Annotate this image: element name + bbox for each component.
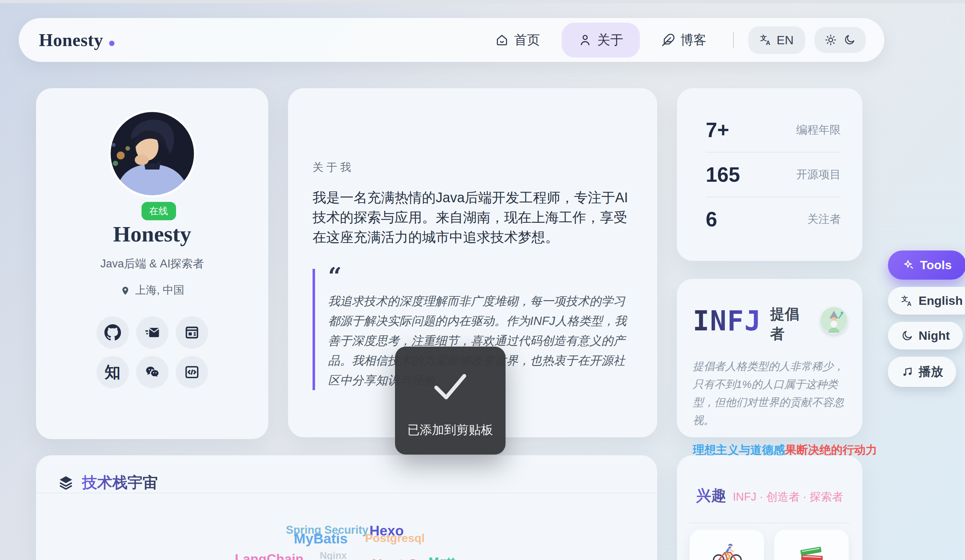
brand-logo[interactable]: Honesty [39,29,114,51]
night-mode-label: Night [919,328,950,343]
svg-text:A: A [766,39,770,46]
tech-cloud-word[interactable]: Mqtt [429,555,455,560]
tools-label: Tools [920,258,952,272]
personality-type: INFJ [693,305,762,337]
tech-cloud-word[interactable]: Postgresql [365,532,425,545]
clipboard-toast: 已添加到剪贴板 [395,346,505,455]
brand-name: Honesty [39,29,103,51]
personality-card: INFJ 提倡者 提倡者人格类型的人非常稀少，只有不到1%的人口属于这种类型，但… [677,279,862,437]
nav-item-home[interactable]: 首页 [483,23,552,57]
code-link[interactable] [176,356,208,389]
navbar: Honesty 首页 关于 博客 文A EN [19,18,884,62]
play-music-button[interactable]: 播放 [888,357,956,387]
cyclist-icon [710,542,744,560]
feather-icon [661,33,675,47]
language-toggle-button[interactable]: 文A EN [748,26,805,54]
stat-row: 165开源项目 [706,153,841,196]
zhihu-icon: 知 [105,362,121,383]
profile-location: 上海, 中国 [120,283,184,298]
nav-item-label: 关于 [597,31,623,49]
about-paragraph: 我是一名充满热情的Java后端开发工程师，专注于AI技术的探索与应用。来自湖南，… [312,188,633,247]
nav-menu: 首页 关于 博客 文A EN [483,23,865,57]
avatar-image [108,110,196,198]
night-mode-button[interactable]: Night [888,322,963,349]
tech-cloud-word[interactable]: MyBatis [294,531,348,547]
mail-send-icon [144,324,160,341]
location-pin-icon [120,285,131,296]
wechat-link[interactable] [136,356,168,389]
interests-title: 兴趣 [696,485,726,506]
online-status-badge: 在线 [142,202,176,220]
language-label: EN [777,33,793,47]
home-icon [495,33,509,47]
nav-item-label: 首页 [514,31,540,49]
moon-icon [901,330,913,342]
svg-text:A: A [907,300,911,307]
nav-item-label: 博客 [680,31,707,49]
personality-alias: 提倡者 [770,304,812,344]
stat-label: 关注者 [807,212,841,227]
stat-row: 7+编程年限 [706,108,841,152]
about-section-label: 关 于 我 [312,160,633,175]
sun-icon [824,34,837,46]
location-text: 上海, 中国 [135,283,184,298]
check-icon [428,363,473,408]
top-edge [0,0,965,3]
stat-value: 165 [706,163,740,186]
wizard-avatar [821,307,847,334]
stats-card: 7+编程年限165开源项目6关注者 [677,88,862,261]
brand-accent-dot [109,41,114,46]
stat-value: 6 [706,207,717,231]
tech-cloud-word[interactable]: Next.Js [371,556,424,560]
avatar: 在线 [108,110,196,198]
blog-link[interactable] [176,316,208,349]
toast-message: 已添加到剪贴板 [407,422,493,438]
personality-header: INFJ 提倡者 [693,298,847,344]
tech-cloud: Spring SecurityMyBatisHexoPostgresqlNgin… [36,455,657,560]
interests-header: 兴趣 INFJ · 创造者 · 探索者 [677,455,862,506]
tech-cloud-word[interactable]: LangChain [235,552,304,560]
music-note-icon [901,366,913,378]
profile-name: Honesty [113,221,191,247]
email-link[interactable] [136,316,168,349]
interest-tiles [690,530,849,560]
interest-tile-cyclist [690,530,764,560]
github-link[interactable] [96,316,129,349]
profile-role: Java后端 & AI探索者 [100,256,204,271]
zhihu-link[interactable]: 知 [96,356,129,389]
language-switch-label: English [919,294,963,308]
tech-stack-card: 技术栈宇宙 Spring SecurityMyBatisHexoPostgres… [36,455,657,560]
user-icon [578,33,592,47]
translate-icon: 文A [760,34,772,46]
wand-sparkle-icon [902,259,914,271]
wechat-icon [144,364,160,380]
github-icon [105,324,121,341]
books-icon [794,542,829,560]
newspaper-icon [184,324,200,341]
tools-button[interactable]: Tools [888,250,965,280]
social-links: 知 [96,316,208,389]
play-music-label: 播放 [919,364,943,380]
nav-item-blog[interactable]: 博客 [649,23,719,57]
personality-description: 提倡者人格类型的人非常稀少，只有不到1%的人口属于这种类型，但他们对世界的贡献不… [693,358,847,429]
code-icon [184,364,200,380]
interests-divider [690,522,850,523]
wizard-icon [821,307,847,334]
stat-row: 6关注者 [706,197,841,241]
interests-subtitle: INFJ · 创造者 · 探索者 [733,490,843,504]
interest-tile-books [774,530,849,560]
stat-label: 编程年限 [796,122,841,137]
theme-toggle[interactable] [815,27,865,53]
translate-icon: 文A [901,295,913,307]
stat-label: 开源项目 [796,167,841,182]
floating-toolbar: Tools 文A English Night 播放 [888,250,965,387]
moon-icon [843,34,855,46]
language-switch-button[interactable]: 文A English [888,287,965,315]
nav-item-about[interactable]: 关于 [562,23,640,57]
stat-value: 7+ [706,118,729,142]
tech-cloud-word[interactable]: Nginx [320,550,347,560]
profile-card: 在线 Honesty Java后端 & AI探索者 上海, 中国 知 [36,88,268,439]
stats-list: 7+编程年限165开源项目6关注者 [706,108,841,241]
nav-divider [733,32,734,48]
interests-card: 兴趣 INFJ · 创造者 · 探索者 [677,455,862,560]
